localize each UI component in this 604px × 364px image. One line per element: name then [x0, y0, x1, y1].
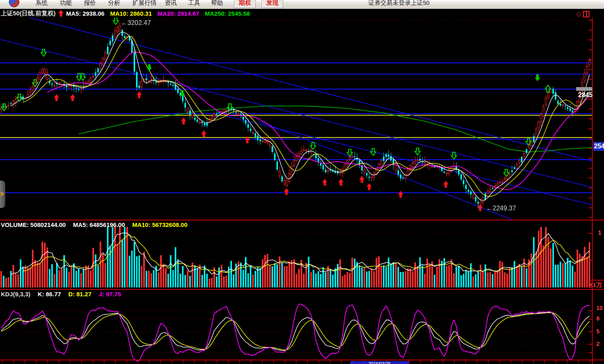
volume-readout-row: VOLUME: 50802144.00 MA5: 64856196.00 MA1…: [1, 221, 187, 228]
up-arrow-icon: [58, 10, 64, 17]
menu-item-quotes[interactable]: 报价: [84, 0, 96, 7]
kdj-j-readout: J: 97.75: [99, 291, 121, 297]
kdj-d-readout: D: 81.27: [68, 291, 92, 297]
ma250-axis-tag: 254: [593, 142, 604, 151]
menu-button-discover-label: 发现: [266, 0, 278, 7]
ma5-readout: MA5: 2938.06: [66, 10, 104, 17]
menu-item-function[interactable]: 功能: [60, 0, 72, 7]
volume-ma5-readout: MA5: 64856196.00: [73, 221, 125, 228]
menu-item-analysis[interactable]: 分析: [108, 0, 120, 7]
volume-unit-label: X1万: [587, 280, 604, 289]
ma250-readout: MA250: 2545.58: [205, 10, 250, 17]
volume-readout: VOLUME: 50802144.00: [1, 221, 66, 228]
kdj-axis-100: 10: [596, 305, 603, 311]
current-symbol: 上证50: [411, 0, 430, 7]
app-logo-icon: [9, 0, 19, 7]
menu-item-tools[interactable]: 工具: [188, 0, 200, 7]
expand-arrow-icon: [1, 191, 4, 197]
menu-button-discover[interactable]: 发现: [261, 0, 283, 8]
split-window-icon[interactable]: [583, 11, 589, 17]
menu-item-system[interactable]: 系统: [36, 0, 48, 7]
sidebar-expand-handle[interactable]: [0, 181, 5, 208]
volume-ma10-readout: MA10: 56732608.00: [132, 221, 188, 228]
chart-canvas[interactable]: [0, 0, 604, 364]
kdj-axis-80: 8: [596, 315, 600, 322]
menu-button-options[interactable]: 期权: [234, 0, 256, 8]
menu-item-news[interactable]: 资讯: [165, 0, 177, 7]
peak-price-annotation: ←3202.47: [121, 19, 151, 27]
kdj-readout-row: KDJ(9,3,3) K: 86.77 D: 81.27 J: 97.75: [1, 291, 121, 297]
diamond-icon[interactable]: ◇: [576, 10, 581, 18]
current-price-label: 2845: [578, 92, 593, 99]
date-label: 2016/03/25: [350, 361, 409, 364]
chart-symbol-label[interactable]: 上证50(日线.前复权): [1, 10, 56, 17]
ma20-readout: MA20: 2814.67: [157, 10, 199, 17]
kdj-k-readout: K: 86.77: [38, 291, 61, 297]
menu-button-options-label: 期权: [239, 0, 251, 7]
current-price-marker: [576, 87, 592, 91]
trade-login-status[interactable]: 证券交易未登录: [368, 0, 411, 7]
title-corner-icons: ◇: [576, 10, 589, 18]
kdj-axis-20: 2: [596, 341, 600, 347]
menu-item-help[interactable]: 帮助: [211, 0, 223, 7]
volume-axis-label: 1: [598, 229, 601, 236]
menu-bar: 系统 功能 报价 分析 扩展行情 资讯 工具 帮助 期权 发现 证券交易未登录 …: [0, 0, 604, 9]
ma10-readout: MA10: 2860.31: [110, 10, 152, 17]
chart-title-bar: 上证50(日线.前复权) MA5: 2938.06 MA10: 2860.31 …: [0, 9, 604, 18]
menu-item-extended-quotes[interactable]: 扩展行情: [132, 0, 157, 7]
trading-app-window: 系统 功能 报价 分析 扩展行情 资讯 工具 帮助 期权 发现 证券交易未登录 …: [0, 0, 604, 364]
trough-price-annotation: ←2249.37: [486, 205, 516, 212]
kdj-title[interactable]: KDJ(9,3,3): [1, 291, 30, 297]
kdj-axis-50: 5: [596, 328, 600, 335]
